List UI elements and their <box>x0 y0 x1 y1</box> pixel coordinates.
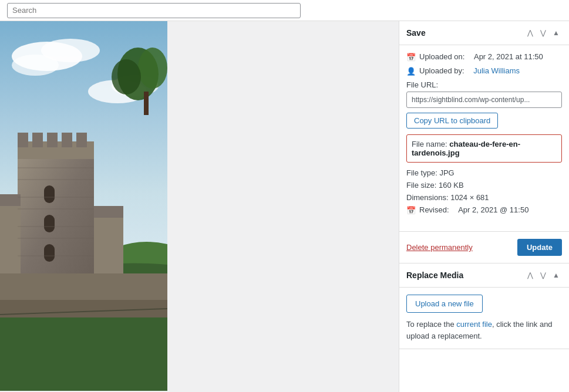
uploaded-on-value: Apr 2, 2021 at 11:50 <box>474 52 543 61</box>
svg-rect-18 <box>44 185 55 203</box>
save-panel-collapse-btn[interactable]: ▲ <box>550 27 562 39</box>
replace-panel-down-btn[interactable]: ⋁ <box>537 269 549 281</box>
copy-url-button[interactable]: Copy URL to clipboard <box>406 113 498 129</box>
person-icon: 👤 <box>406 67 416 76</box>
update-button[interactable]: Update <box>517 239 562 256</box>
dimensions-label: Dimensions: <box>406 193 449 202</box>
save-panel-down-btn[interactable]: ⋁ <box>537 27 549 39</box>
svg-rect-17 <box>76 133 87 147</box>
uploaded-on-label: Uploaded on: <box>419 52 464 61</box>
current-file-link[interactable]: current file <box>456 320 492 329</box>
sidebar: Save ⋀ ⋁ ▲ 📅 Uploaded on: Apr 2, 2021 at… <box>399 21 569 392</box>
revised-value: Apr 2, 2021 @ 11:50 <box>458 205 528 214</box>
svg-point-7 <box>138 48 167 89</box>
svg-rect-25 <box>0 273 167 303</box>
svg-rect-15 <box>47 133 58 147</box>
file-url-input[interactable] <box>406 92 562 108</box>
replace-panel-collapse-btn[interactable]: ▲ <box>550 269 562 281</box>
svg-rect-22 <box>0 194 21 206</box>
revised-calendar-icon: 📅 <box>406 206 416 215</box>
main-area: Save ⋀ ⋁ ▲ 📅 Uploaded on: Apr 2, 2021 at… <box>0 21 569 392</box>
dimensions-value: 1024 × 681 <box>450 193 489 202</box>
svg-point-8 <box>112 59 141 94</box>
filename-label: File name: <box>412 140 447 148</box>
uploaded-on-row: 📅 Uploaded on: Apr 2, 2021 at 11:50 <box>406 52 562 62</box>
revised-row: 📅 Revised: Apr 2, 2021 @ 11:50 <box>406 205 562 215</box>
revised-label: Revised: <box>419 205 449 214</box>
file-size-label: File size: <box>406 181 436 190</box>
replace-media-panel: Replace Media ⋀ ⋁ ▲ Upload a new file To… <box>399 263 569 349</box>
top-bar <box>0 0 569 21</box>
upload-new-file-button[interactable]: Upload a new file <box>406 295 483 313</box>
svg-point-3 <box>12 55 59 76</box>
search-input[interactable] <box>7 3 301 18</box>
calendar-icon: 📅 <box>406 53 416 62</box>
save-panel-body: 📅 Uploaded on: Apr 2, 2021 at 11:50 👤 Up… <box>399 45 569 227</box>
replace-panel-title: Replace Media <box>406 271 463 280</box>
save-panel-header: Save ⋀ ⋁ ▲ <box>399 21 569 45</box>
replace-panel-header: Replace Media ⋀ ⋁ ▲ <box>399 263 569 288</box>
file-type-row: File type: JPG <box>406 168 562 177</box>
save-panel-up-btn[interactable]: ⋀ <box>524 27 536 39</box>
dimensions-row: Dimensions: 1024 × 681 <box>406 193 562 202</box>
svg-rect-23 <box>94 215 123 279</box>
save-panel-title: Save <box>406 28 426 38</box>
delete-permanently-button[interactable]: Delete permanently <box>406 243 473 252</box>
svg-rect-26 <box>0 300 167 317</box>
file-size-row: File size: 160 KB <box>406 181 562 190</box>
uploaded-by-link[interactable]: Julia Williams <box>473 66 520 75</box>
save-panel-footer: Delete permanently Update <box>399 231 569 263</box>
filename-box: File name: chateau-de-fere-en-tardenois.… <box>406 134 562 163</box>
svg-rect-13 <box>18 133 28 147</box>
castle-image <box>0 21 167 391</box>
uploaded-by-row: 👤 Uploaded by: Julia Williams <box>406 66 562 76</box>
svg-rect-19 <box>44 215 55 232</box>
svg-rect-20 <box>44 244 55 262</box>
file-url-label: File URL: <box>406 80 562 89</box>
replace-panel-controls: ⋀ ⋁ ▲ <box>524 269 562 281</box>
uploaded-by-label: Uploaded by: <box>419 66 464 75</box>
replace-panel-up-btn[interactable]: ⋀ <box>524 269 536 281</box>
file-size-value: 160 KB <box>439 181 464 190</box>
file-type-label: File type: <box>406 168 437 177</box>
replace-panel-body: Upload a new file To replace the current… <box>399 288 569 349</box>
svg-rect-14 <box>32 133 43 147</box>
file-type-value: JPG <box>439 168 454 177</box>
svg-rect-10 <box>18 150 94 279</box>
svg-rect-24 <box>94 206 123 218</box>
svg-rect-21 <box>0 203 21 279</box>
save-panel-controls: ⋀ ⋁ ▲ <box>524 27 562 39</box>
replace-description: To replace the current file, click the l… <box>406 319 562 342</box>
save-panel: Save ⋀ ⋁ ▲ 📅 Uploaded on: Apr 2, 2021 at… <box>399 21 569 263</box>
svg-rect-9 <box>144 92 149 115</box>
image-area <box>0 21 399 392</box>
svg-rect-16 <box>62 133 72 147</box>
